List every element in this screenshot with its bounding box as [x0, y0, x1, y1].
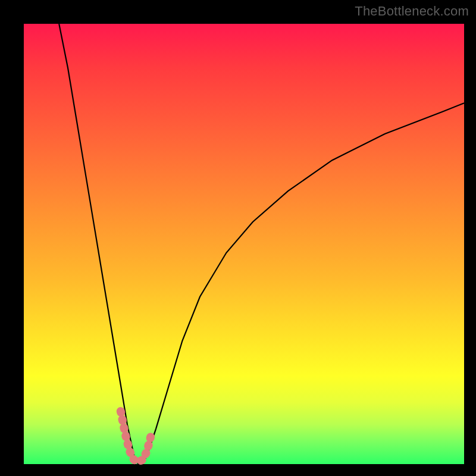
chart-frame: TheBottleneck.com	[0, 0, 476, 476]
bottleneck-curve	[59, 24, 464, 464]
chart-svg	[24, 24, 464, 464]
watermark-text: TheBottleneck.com	[355, 4, 469, 19]
trough-overlay-curve	[121, 411, 152, 462]
